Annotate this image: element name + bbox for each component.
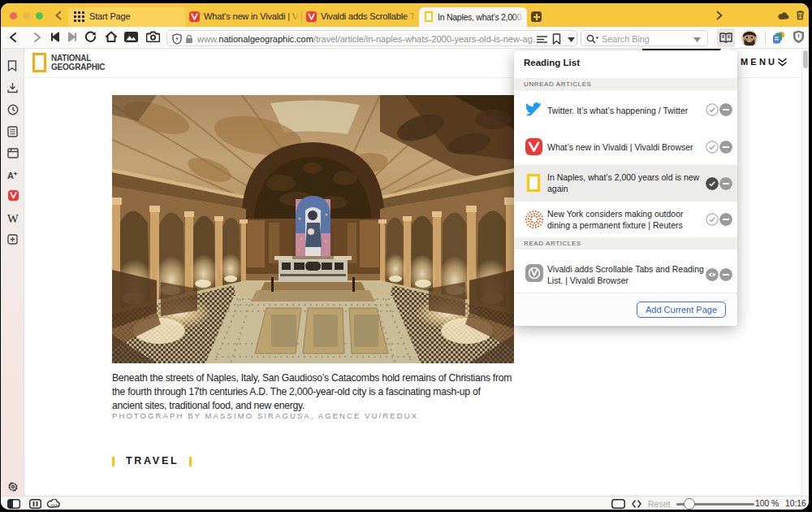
svg-text:A: A xyxy=(7,171,14,180)
svg-text:W: W xyxy=(7,212,19,223)
